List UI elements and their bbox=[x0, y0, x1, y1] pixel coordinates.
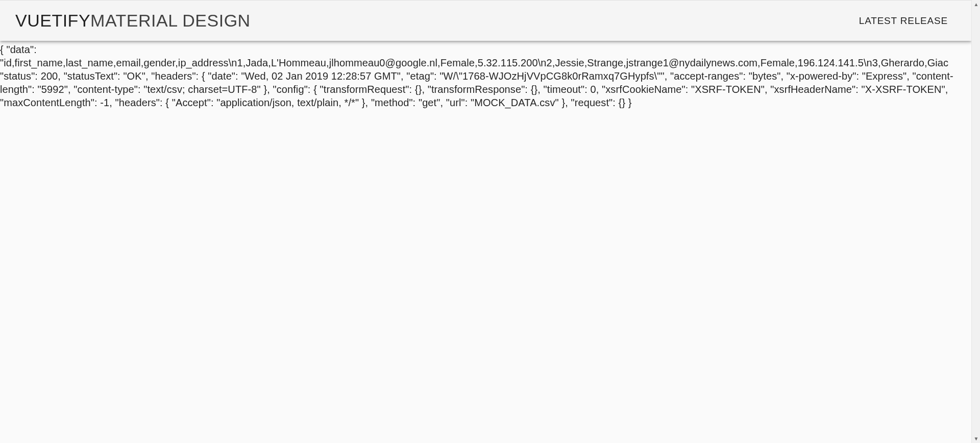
brand-title-light: MATERIAL DESIGN bbox=[90, 11, 251, 31]
brand-title-bold: VUETIFY bbox=[15, 11, 90, 31]
vertical-scrollbar[interactable]: ▲ ▼ bbox=[971, 0, 980, 443]
scrollbar-down-arrow-icon[interactable]: ▼ bbox=[972, 434, 980, 443]
page-scroll-area: VUETIFYMATERIAL DESIGN LATEST RELEASE { … bbox=[0, 0, 971, 443]
brand-title: VUETIFYMATERIAL DESIGN bbox=[15, 11, 251, 31]
raw-response-text: { "data": "id,first_name,last_name,email… bbox=[0, 41, 971, 109]
response-line: "status": 200, "statusText": "OK", "head… bbox=[0, 69, 971, 83]
response-line: "id,first_name,last_name,email,gender,ip… bbox=[0, 56, 971, 69]
scrollbar-up-arrow-icon[interactable]: ▲ bbox=[972, 0, 980, 9]
response-line: "maxContentLength": -1, "headers": { "Ac… bbox=[0, 96, 971, 109]
latest-release-button[interactable]: LATEST RELEASE bbox=[851, 11, 956, 31]
viewport: VUETIFYMATERIAL DESIGN LATEST RELEASE { … bbox=[0, 0, 980, 443]
response-line: length": "5992", "content-type": "text/c… bbox=[0, 83, 971, 96]
response-line: { "data": bbox=[0, 43, 971, 56]
app-bar: VUETIFYMATERIAL DESIGN LATEST RELEASE bbox=[0, 0, 971, 41]
